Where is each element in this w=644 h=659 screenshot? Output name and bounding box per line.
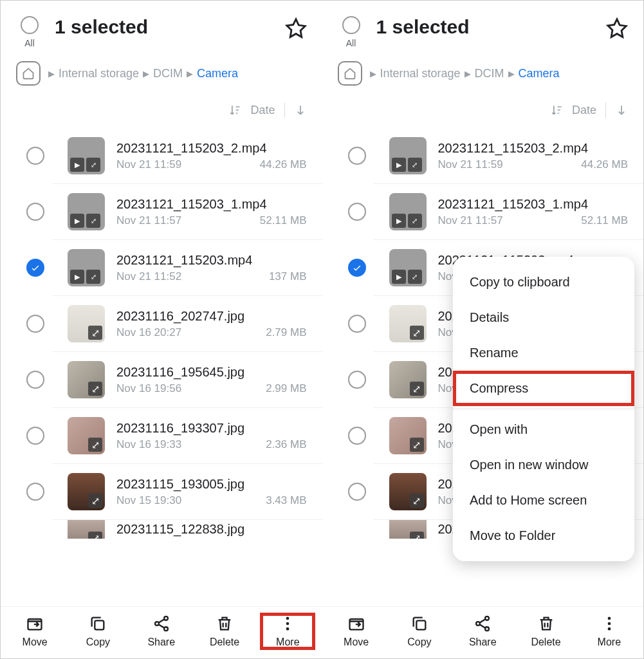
file-date: Nov 21 11:57 [116,214,181,227]
sort-icon[interactable] [550,104,563,116]
file-thumbnail[interactable]: ▶⤢ [68,137,105,174]
file-thumbnail[interactable]: ⤢ [68,305,105,342]
file-thumbnail[interactable]: ⤢ [68,473,105,510]
file-row[interactable]: ▶⤢20231121_115203_1.mp4Nov 21 11:5752.11… [52,183,322,239]
home-icon[interactable] [16,61,41,86]
sort-icon[interactable] [228,104,241,116]
menu-item-open-in-new-window[interactable]: Open in new window [453,447,634,483]
file-row[interactable]: ⤢20231116_202747.jpgNov 16 20:272.79 MB [52,295,322,351]
share-label: Share [147,636,175,648]
file-name: 20231116_195645.jpg [116,365,307,380]
file-checkbox[interactable] [348,203,366,221]
select-all[interactable]: All [338,16,365,48]
crumb-2[interactable]: Camera [197,67,238,80]
file-thumbnail[interactable]: ⤢ [389,361,427,398]
file-row[interactable]: ▶⤢20231121_115203_2.mp4Nov 21 11:5944.26… [52,128,322,183]
file-thumbnail[interactable]: ▶⤢ [68,249,105,286]
star-icon[interactable] [285,17,307,39]
select-all-radio[interactable] [21,16,39,34]
menu-item-copy-to-clipboard[interactable]: Copy to clipboard [453,265,634,300]
file-size: 2.99 MB [266,382,306,395]
file-thumbnail[interactable]: ⤢ [68,361,105,398]
file-thumbnail[interactable]: ▶⤢ [389,137,427,174]
file-row[interactable]: ⤢20231116_195645.jpgNov 16 19:562.99 MB [52,351,322,407]
move-button[interactable]: Move [331,615,382,648]
svg-point-6 [286,622,290,626]
file-thumbnail[interactable]: ▶⤢ [68,193,105,230]
arrow-down-icon[interactable] [615,104,628,116]
file-size: 44.26 MB [581,158,628,171]
file-row[interactable]: ⤢20231115_122838.jpg [52,519,322,539]
select-all-radio[interactable] [342,16,360,34]
file-checkbox[interactable] [26,147,44,165]
file-checkbox[interactable] [348,315,366,333]
sort-label[interactable]: Date [572,104,596,117]
file-name: 20231115_193005.jpg [116,477,307,492]
file-checkbox[interactable] [26,483,44,501]
file-name: 20231121_115203_1.mp4 [116,197,307,212]
delete-button[interactable]: Delete [520,615,572,648]
file-checkbox[interactable] [348,371,366,389]
menu-item-open-with[interactable]: Open with [453,412,634,447]
copy-button[interactable]: Copy [72,615,124,648]
expand-icon: ⤢ [88,382,102,396]
svg-point-7 [286,627,290,631]
star-icon[interactable] [606,17,628,39]
menu-item-details[interactable]: Details [453,300,634,335]
file-checkbox[interactable] [26,203,44,221]
move-label: Move [344,636,369,648]
file-thumbnail[interactable]: ⤢ [389,473,427,510]
crumb-1[interactable]: DCIM [475,67,504,80]
expand-icon: ⤢ [408,214,422,228]
file-checkbox[interactable] [348,259,366,277]
copy-button[interactable]: Copy [394,615,445,648]
file-checkbox[interactable] [26,315,44,333]
copy-label: Copy [86,636,110,648]
sort-label[interactable]: Date [250,104,275,117]
svg-point-15 [607,627,611,631]
more-button[interactable]: More [262,615,313,648]
arrow-down-icon[interactable] [294,104,307,116]
file-row[interactable]: ▶⤢20231121_115203_1.mp4Nov 21 11:5752.11… [374,183,644,239]
more-button[interactable]: More [584,615,635,648]
file-thumbnail[interactable]: ⤢ [389,519,427,539]
svg-point-14 [607,622,611,626]
file-thumbnail[interactable]: ⤢ [389,417,427,454]
crumb-1[interactable]: DCIM [153,67,183,80]
file-checkbox[interactable] [348,427,366,445]
expand-icon: ⤢ [410,382,424,396]
menu-item-compress[interactable]: Compress [453,371,634,406]
menu-item-rename[interactable]: Rename [453,335,634,371]
menu-item-add-to-home-screen[interactable]: Add to Home screen [453,483,634,518]
move-button[interactable]: Move [9,615,60,648]
share-button[interactable]: Share [457,615,508,648]
copy-icon [89,615,107,633]
file-thumbnail[interactable]: ⤢ [68,417,105,454]
menu-item-move-to-folder[interactable]: Move to Folder [453,518,634,553]
file-checkbox[interactable] [26,259,44,277]
file-row[interactable]: ▶⤢20231121_115203.mp4Nov 21 11:52137 MB [52,239,322,295]
home-icon[interactable] [338,61,362,86]
file-thumbnail[interactable]: ⤢ [68,519,105,539]
expand-icon: ⤢ [410,494,424,508]
file-row[interactable]: ⤢20231116_193307.jpgNov 16 19:332.36 MB [52,407,322,463]
expand-icon: ⤢ [410,438,424,452]
file-row[interactable]: ▶⤢20231121_115203_2.mp4Nov 21 11:5944.26… [374,128,644,183]
file-thumbnail[interactable]: ▶⤢ [389,249,427,286]
share-button[interactable]: Share [136,615,187,648]
crumb-0[interactable]: Internal storage [59,67,139,80]
expand-icon: ⤢ [88,326,102,340]
crumb-2[interactable]: Camera [519,67,560,80]
file-thumbnail[interactable]: ▶⤢ [389,193,427,230]
delete-button[interactable]: Delete [199,615,250,648]
select-all[interactable]: All [16,16,43,48]
file-checkbox[interactable] [26,371,44,389]
file-checkbox[interactable] [26,427,44,445]
crumb-0[interactable]: Internal storage [380,67,461,80]
file-row[interactable]: ⤢20231115_193005.jpgNov 15 19:303.43 MB [52,463,322,519]
file-checkbox[interactable] [348,147,366,165]
trash-icon [216,615,234,633]
file-thumbnail[interactable]: ⤢ [389,305,427,342]
file-name: 20231121_115203_1.mp4 [438,197,629,212]
file-checkbox[interactable] [348,483,366,501]
